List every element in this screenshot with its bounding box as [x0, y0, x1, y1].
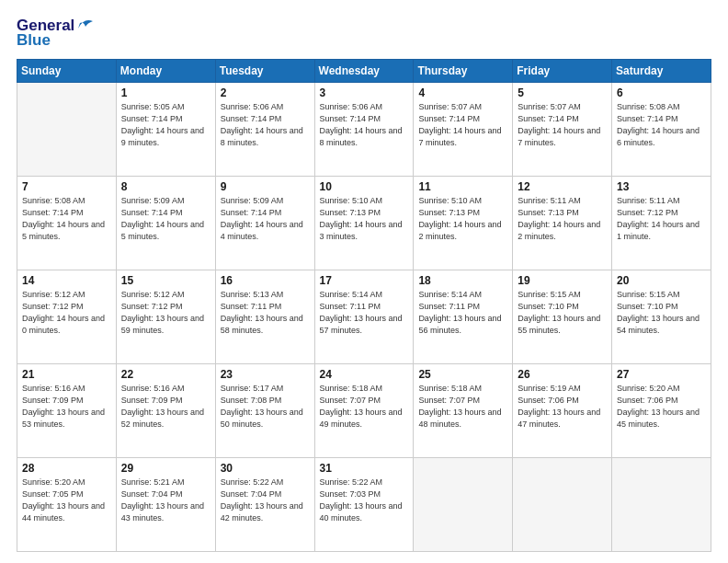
- day-info: Sunrise: 5:10 AMSunset: 7:13 PMDaylight:…: [418, 195, 507, 243]
- logo: General Blue: [17, 17, 97, 50]
- weekday-header: Monday: [116, 60, 215, 83]
- calendar-cell: 6Sunrise: 5:08 AMSunset: 7:14 PMDaylight…: [612, 83, 711, 177]
- weekday-header: Saturday: [612, 60, 711, 83]
- calendar-cell: 19Sunrise: 5:15 AMSunset: 7:10 PMDayligh…: [513, 270, 612, 364]
- day-info: Sunrise: 5:12 AMSunset: 7:12 PMDaylight:…: [121, 289, 210, 337]
- calendar-cell: 21Sunrise: 5:16 AMSunset: 7:09 PMDayligh…: [17, 364, 117, 458]
- calendar-cell: 30Sunrise: 5:22 AMSunset: 7:04 PMDayligh…: [215, 458, 314, 552]
- day-number: 22: [121, 368, 210, 381]
- calendar-cell: 5Sunrise: 5:07 AMSunset: 7:14 PMDaylight…: [513, 83, 612, 177]
- day-number: 28: [22, 462, 111, 475]
- calendar-week-row: 21Sunrise: 5:16 AMSunset: 7:09 PMDayligh…: [17, 364, 711, 458]
- calendar-cell: 8Sunrise: 5:09 AMSunset: 7:14 PMDaylight…: [116, 177, 215, 270]
- day-number: 14: [22, 274, 111, 287]
- day-number: 31: [320, 462, 409, 475]
- day-info: Sunrise: 5:10 AMSunset: 7:13 PMDaylight:…: [320, 195, 409, 243]
- calendar-cell: 16Sunrise: 5:13 AMSunset: 7:11 PMDayligh…: [215, 270, 314, 364]
- calendar-cell: 18Sunrise: 5:14 AMSunset: 7:11 PMDayligh…: [414, 270, 513, 364]
- weekday-header-row: SundayMondayTuesdayWednesdayThursdayFrid…: [17, 60, 711, 83]
- calendar-week-row: 28Sunrise: 5:20 AMSunset: 7:05 PMDayligh…: [17, 458, 711, 552]
- calendar-cell: 12Sunrise: 5:11 AMSunset: 7:13 PMDayligh…: [513, 177, 612, 270]
- day-number: 10: [320, 180, 409, 193]
- calendar-cell: 24Sunrise: 5:18 AMSunset: 7:07 PMDayligh…: [314, 364, 414, 458]
- day-info: Sunrise: 5:14 AMSunset: 7:11 PMDaylight:…: [418, 289, 507, 337]
- day-number: 12: [518, 180, 607, 193]
- day-info: Sunrise: 5:13 AMSunset: 7:11 PMDaylight:…: [221, 289, 310, 337]
- day-info: Sunrise: 5:12 AMSunset: 7:12 PMDaylight:…: [22, 289, 111, 337]
- day-number: 11: [418, 180, 507, 193]
- day-info: Sunrise: 5:22 AMSunset: 7:03 PMDaylight:…: [320, 477, 409, 524]
- day-info: Sunrise: 5:06 AMSunset: 7:14 PMDaylight:…: [221, 101, 310, 149]
- calendar-cell: 11Sunrise: 5:10 AMSunset: 7:13 PMDayligh…: [414, 177, 513, 270]
- day-info: Sunrise: 5:11 AMSunset: 7:12 PMDaylight:…: [617, 195, 706, 243]
- day-info: Sunrise: 5:11 AMSunset: 7:13 PMDaylight:…: [518, 195, 607, 243]
- calendar-cell: 22Sunrise: 5:16 AMSunset: 7:09 PMDayligh…: [116, 364, 215, 458]
- day-number: 29: [121, 462, 210, 475]
- day-number: 30: [221, 462, 310, 475]
- day-info: Sunrise: 5:19 AMSunset: 7:06 PMDaylight:…: [518, 383, 607, 431]
- weekday-header: Sunday: [17, 60, 117, 83]
- day-number: 26: [518, 368, 607, 381]
- calendar-cell: 13Sunrise: 5:11 AMSunset: 7:12 PMDayligh…: [612, 177, 711, 270]
- calendar-cell: [513, 458, 612, 552]
- calendar-cell: 31Sunrise: 5:22 AMSunset: 7:03 PMDayligh…: [314, 458, 414, 552]
- calendar-week-row: 7Sunrise: 5:08 AMSunset: 7:14 PMDaylight…: [17, 177, 711, 270]
- day-number: 17: [320, 274, 409, 287]
- calendar-week-row: 1Sunrise: 5:05 AMSunset: 7:14 PMDaylight…: [17, 83, 711, 177]
- calendar-cell: 4Sunrise: 5:07 AMSunset: 7:14 PMDaylight…: [414, 83, 513, 177]
- day-number: 24: [320, 368, 409, 381]
- calendar-table: SundayMondayTuesdayWednesdayThursdayFrid…: [17, 59, 711, 552]
- day-info: Sunrise: 5:18 AMSunset: 7:07 PMDaylight:…: [418, 383, 507, 431]
- calendar-cell: 3Sunrise: 5:06 AMSunset: 7:14 PMDaylight…: [314, 83, 414, 177]
- day-number: 27: [617, 368, 706, 381]
- day-info: Sunrise: 5:06 AMSunset: 7:14 PMDaylight:…: [320, 101, 409, 149]
- day-number: 19: [518, 274, 607, 287]
- weekday-header: Thursday: [414, 60, 513, 83]
- calendar-cell: 26Sunrise: 5:19 AMSunset: 7:06 PMDayligh…: [513, 364, 612, 458]
- weekday-header: Friday: [513, 60, 612, 83]
- day-number: 7: [22, 180, 111, 193]
- day-info: Sunrise: 5:14 AMSunset: 7:11 PMDaylight:…: [320, 289, 409, 337]
- day-info: Sunrise: 5:15 AMSunset: 7:10 PMDaylight:…: [518, 289, 607, 337]
- day-number: 23: [221, 368, 310, 381]
- day-info: Sunrise: 5:09 AMSunset: 7:14 PMDaylight:…: [121, 195, 210, 243]
- logo-blue: Blue: [17, 31, 51, 50]
- calendar-cell: 17Sunrise: 5:14 AMSunset: 7:11 PMDayligh…: [314, 270, 414, 364]
- day-info: Sunrise: 5:05 AMSunset: 7:14 PMDaylight:…: [121, 101, 210, 149]
- day-number: 1: [121, 86, 210, 99]
- day-number: 6: [617, 86, 706, 99]
- logo-graphic: General Blue: [17, 17, 97, 50]
- day-number: 13: [617, 180, 706, 193]
- header: General Blue: [17, 17, 711, 50]
- calendar-cell: 25Sunrise: 5:18 AMSunset: 7:07 PMDayligh…: [414, 364, 513, 458]
- day-number: 15: [121, 274, 210, 287]
- calendar-week-row: 14Sunrise: 5:12 AMSunset: 7:12 PMDayligh…: [17, 270, 711, 364]
- day-info: Sunrise: 5:08 AMSunset: 7:14 PMDaylight:…: [617, 101, 706, 149]
- day-info: Sunrise: 5:20 AMSunset: 7:06 PMDaylight:…: [617, 383, 706, 431]
- calendar-cell: 20Sunrise: 5:15 AMSunset: 7:10 PMDayligh…: [612, 270, 711, 364]
- day-number: 3: [320, 86, 409, 99]
- calendar-cell: [17, 83, 117, 177]
- day-number: 25: [418, 368, 507, 381]
- day-info: Sunrise: 5:07 AMSunset: 7:14 PMDaylight:…: [418, 101, 507, 149]
- day-info: Sunrise: 5:21 AMSunset: 7:04 PMDaylight:…: [121, 477, 210, 524]
- calendar-cell: 2Sunrise: 5:06 AMSunset: 7:14 PMDaylight…: [215, 83, 314, 177]
- day-info: Sunrise: 5:09 AMSunset: 7:14 PMDaylight:…: [221, 195, 310, 243]
- day-info: Sunrise: 5:08 AMSunset: 7:14 PMDaylight:…: [22, 195, 111, 243]
- day-info: Sunrise: 5:20 AMSunset: 7:05 PMDaylight:…: [22, 477, 111, 524]
- day-number: 21: [22, 368, 111, 381]
- day-number: 5: [518, 86, 607, 99]
- day-info: Sunrise: 5:16 AMSunset: 7:09 PMDaylight:…: [22, 383, 111, 431]
- calendar-cell: 9Sunrise: 5:09 AMSunset: 7:14 PMDaylight…: [215, 177, 314, 270]
- calendar-cell: [414, 458, 513, 552]
- day-info: Sunrise: 5:17 AMSunset: 7:08 PMDaylight:…: [221, 383, 310, 431]
- day-number: 20: [617, 274, 706, 287]
- weekday-header: Tuesday: [215, 60, 314, 83]
- day-number: 16: [221, 274, 310, 287]
- calendar-cell: 10Sunrise: 5:10 AMSunset: 7:13 PMDayligh…: [314, 177, 414, 270]
- day-number: 8: [121, 180, 210, 193]
- calendar-cell: 7Sunrise: 5:08 AMSunset: 7:14 PMDaylight…: [17, 177, 117, 270]
- calendar-cell: [612, 458, 711, 552]
- day-number: 2: [221, 86, 310, 99]
- calendar-cell: 28Sunrise: 5:20 AMSunset: 7:05 PMDayligh…: [17, 458, 117, 552]
